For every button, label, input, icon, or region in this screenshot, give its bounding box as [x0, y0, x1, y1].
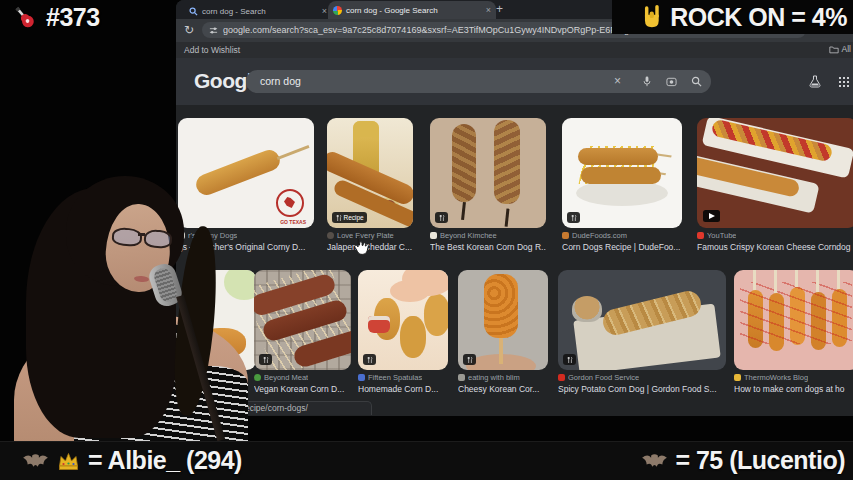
fork-and-knife-icon: [467, 356, 473, 364]
google-favicon-icon: [333, 6, 342, 15]
go-texas-stamp-icon: [276, 189, 304, 217]
stream-overlay-stage: corn dog - Search × corn dog - Google Se…: [0, 0, 853, 480]
bat-icon: [641, 449, 668, 473]
image-result-beyond-kimchee[interactable]: Beyond Kimchee The Best Korean Corn Dog …: [430, 118, 546, 252]
result-caption: Beyond Kimchee The Best Korean Corn Dog …: [430, 231, 546, 252]
glasses-icon: [143, 229, 172, 249]
bookmark-add-to-wishlist[interactable]: Add to Wishlist: [184, 45, 240, 55]
tab-close-icon[interactable]: ×: [322, 6, 327, 16]
source-favicon: [430, 232, 437, 239]
tab-search-favicon-icon: [189, 7, 198, 16]
site-info-icon[interactable]: [209, 26, 218, 35]
result-caption: eating with blim Cheesy Korean Cor...: [458, 373, 548, 394]
new-tab-button[interactable]: +: [496, 2, 503, 16]
bat-icon: [22, 449, 49, 473]
recipe-badge: [435, 212, 448, 223]
leaderboard-label: = Albie_ (294): [88, 446, 242, 475]
source-favicon: [558, 374, 565, 381]
food-art-detail: [461, 202, 466, 220]
result-source: eating with blim: [468, 373, 520, 382]
result-source: DudeFoods.com: [572, 231, 627, 240]
image-result-love-every-plate[interactable]: Recipe Love Every Plate Jalapeno Cheddar…: [327, 118, 413, 252]
video-play-icon: [703, 210, 720, 222]
food-art-detail: [365, 174, 378, 187]
stamp-text: GO TEXAS: [280, 219, 306, 225]
image-result-dudefoods[interactable]: DudeFoods.com Corn Dogs Recipe | DudeFoo…: [562, 118, 682, 252]
glasses-icon: [111, 227, 142, 247]
stream-bottom-bar: = Albie_ (294) = 75 (Lucentio): [0, 441, 853, 480]
result-thumbnail[interactable]: [458, 270, 548, 370]
image-result-youtube[interactable]: YouTube Famous Crispy Korean Cheese Corn…: [697, 118, 853, 252]
fork-and-knife-icon: [567, 356, 573, 364]
search-query-text[interactable]: corn dog: [260, 70, 301, 93]
result-source: ThermoWorks Blog: [744, 373, 808, 382]
result-title[interactable]: Cheesy Korean Cor...: [458, 384, 548, 394]
google-apps-icon[interactable]: [838, 76, 849, 87]
result-title[interactable]: The Best Korean Corn Dog R...: [430, 242, 546, 252]
image-result-eating-with-blim[interactable]: eating with blim Cheesy Korean Cor...: [458, 270, 548, 394]
result-caption: Gordon Food Service Spicy Potato Corn Do…: [558, 373, 726, 394]
counter-label: ROCK ON = 4%: [670, 3, 847, 32]
tab-corn-dog-google-search[interactable]: corn dog - Google Search ×: [328, 1, 496, 19]
google-lens-icon[interactable]: [666, 76, 677, 87]
crown-icon: [56, 449, 81, 473]
food-art-detail: [740, 282, 852, 344]
source-favicon: [327, 232, 334, 239]
fork-and-knife-icon: [571, 214, 577, 222]
image-result-beyond-meat[interactable]: Beyond Meat Vegan Korean Corn D...: [254, 270, 351, 394]
result-title[interactable]: Jalapeno Cheddar C...: [327, 242, 413, 252]
food-art-detail: [572, 296, 602, 322]
source-favicon: [562, 232, 569, 239]
fork-and-knife-icon: [439, 214, 445, 222]
all-bookmarks-button[interactable]: All: [829, 44, 851, 54]
result-title[interactable]: Homemade Corn D...: [358, 384, 448, 394]
result-title[interactable]: Vegan Korean Corn D...: [254, 384, 351, 394]
folder-icon: [829, 45, 839, 54]
result-title[interactable]: Famous Crispy Korean Cheese Corndog: [697, 242, 853, 252]
source-favicon: [697, 232, 704, 239]
leaderboard-label: = 75 (Lucentio): [675, 446, 845, 475]
result-title[interactable]: How to make corn dogs at ho: [734, 384, 853, 394]
result-title[interactable]: Corn Dogs Recipe | DudeFoo...: [562, 242, 682, 252]
result-source: YouTube: [707, 231, 736, 240]
result-thumbnail[interactable]: [558, 270, 726, 370]
fork-and-knife-icon: [263, 356, 269, 364]
badge-label: Recipe: [344, 214, 364, 221]
search-labs-icon[interactable]: [809, 75, 821, 88]
result-thumbnail[interactable]: [697, 118, 853, 228]
result-caption: Love Every Plate Jalapeno Cheddar C...: [327, 231, 413, 252]
image-result-thermoworks[interactable]: ThermoWorks Blog How to make corn dogs a…: [734, 270, 853, 394]
tab-close-icon[interactable]: ×: [486, 5, 491, 15]
result-caption: DudeFoods.com Corn Dogs Recipe | DudeFoo…: [562, 231, 682, 252]
voice-search-icon[interactable]: [642, 76, 652, 88]
result-caption: Fifteen Spatulas Homemade Corn D...: [358, 373, 448, 394]
food-art-detail: [579, 146, 658, 184]
result-caption: Beyond Meat Vegan Korean Corn D...: [254, 373, 351, 394]
result-thumbnail[interactable]: [254, 270, 351, 370]
guitar-icon: [12, 5, 38, 31]
mouse-cursor-icon: [352, 236, 368, 260]
image-result-gordon-food-service[interactable]: Gordon Food Service Spicy Potato Corn Do…: [558, 270, 726, 394]
result-thumbnail[interactable]: [734, 270, 853, 370]
result-thumbnail[interactable]: [358, 270, 448, 370]
fork-and-knife-icon: [367, 356, 373, 364]
reload-button[interactable]: ↻: [184, 21, 194, 39]
google-search-box[interactable]: corn dog ×: [246, 70, 711, 93]
result-thumbnail[interactable]: Recipe: [327, 118, 413, 228]
result-thumbnail[interactable]: [562, 118, 682, 228]
stream-counter-top-right: ROCK ON = 4%: [612, 0, 853, 34]
tab-corn-dog-search[interactable]: corn dog - Search ×: [184, 3, 332, 19]
glasses-bridge: [138, 233, 145, 236]
recipe-badge: [463, 354, 476, 365]
result-thumbnail[interactable]: [430, 118, 546, 228]
recipe-badge: Recipe: [332, 212, 367, 223]
result-title[interactable]: Spicy Potato Corn Dog | Gordon Food S...: [558, 384, 726, 394]
source-favicon: [358, 374, 365, 381]
webcam-person: [0, 180, 248, 442]
image-result-fifteen-spatulas[interactable]: Fifteen Spatulas Homemade Corn D...: [358, 270, 448, 394]
food-art-detail: [466, 354, 536, 370]
fork-and-knife-icon: [336, 214, 342, 222]
leaderboard-left: = Albie_ (294): [22, 446, 242, 475]
search-icon[interactable]: [691, 76, 702, 87]
clear-search-icon[interactable]: ×: [614, 70, 621, 93]
